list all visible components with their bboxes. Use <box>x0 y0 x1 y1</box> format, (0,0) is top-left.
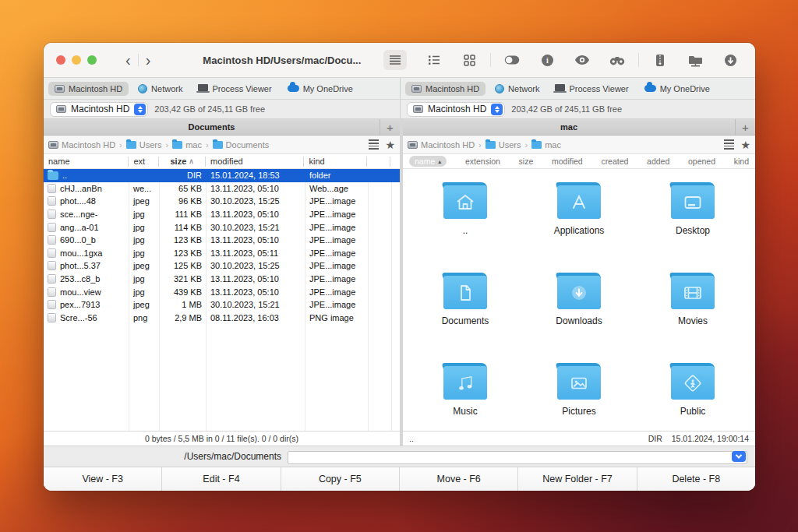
breadcrumb-item[interactable]: Documents <box>213 140 270 150</box>
drive-icon <box>413 105 423 113</box>
table-row[interactable]: ang...a-01 jpg 114 KB 30.10.2023, 15:21 … <box>44 220 400 234</box>
table-row[interactable]: .. DIR 15.01.2024, 18:53 folder <box>44 169 400 182</box>
column-header-created[interactable]: created <box>601 157 628 166</box>
tab-process-viewer[interactable]: Process Viewer <box>549 82 634 96</box>
download-icon[interactable] <box>722 52 738 68</box>
tab-process-viewer[interactable]: Process Viewer <box>192 82 277 96</box>
table-row[interactable]: cHJ...anBn we... 65 KB 13.11.2023, 05:10… <box>44 182 400 196</box>
forward-icon[interactable]: › <box>139 52 158 68</box>
menu-icon[interactable] <box>724 139 734 149</box>
grid-item-parent[interactable]: .. <box>408 180 522 270</box>
tab-macintosh-hd[interactable]: Macintosh HD <box>405 82 486 96</box>
column-header-kind[interactable]: kind <box>734 157 749 166</box>
command-input[interactable] <box>288 451 747 464</box>
column-header-size[interactable]: size <box>519 157 534 166</box>
free-space-label: 203,42 GB of 245,11 GB free <box>154 104 265 114</box>
breadcrumb-item[interactable]: Macintosh HD <box>408 140 475 150</box>
pane-tab-documents[interactable]: Documents <box>44 119 380 135</box>
breadcrumb-item[interactable]: mac <box>172 140 202 150</box>
close-window-button[interactable] <box>56 55 65 65</box>
minimize-window-button[interactable] <box>72 55 81 65</box>
drive-select-dropdown[interactable]: Macintosh HD <box>50 102 148 117</box>
tab-label: My OneDrive <box>660 84 710 93</box>
grid-item-documents[interactable]: Documents <box>408 270 522 361</box>
command-history-dropdown-icon[interactable] <box>732 451 746 462</box>
column-header-size[interactable]: size∧ <box>159 157 206 167</box>
column-header-modified[interactable]: modified <box>206 157 304 167</box>
back-icon[interactable]: ‹ <box>118 52 138 68</box>
grid-item-music[interactable]: Music <box>408 361 522 431</box>
tab-network[interactable]: Network <box>489 82 546 96</box>
tab-my-onedrive[interactable]: My OneDrive <box>281 82 359 96</box>
device-tab-row: Macintosh HD Network Process Viewer My O… <box>44 78 755 100</box>
toggle-switch-icon[interactable] <box>504 52 520 68</box>
table-row[interactable]: 690...0_b jpg 123 KB 13.11.2023, 05:10 J… <box>44 234 400 247</box>
grid-item-applications[interactable]: Applications <box>522 180 636 270</box>
network-folder-icon[interactable] <box>687 52 703 68</box>
pane-tab-mac[interactable]: mac <box>403 119 735 135</box>
grid-item-movies[interactable]: Movies <box>636 270 750 361</box>
folder-label: Pictures <box>562 406 595 417</box>
drive-select-dropdown[interactable]: Macintosh HD <box>407 102 505 117</box>
right-status-bar: .. DIR 15.01.2024, 19:00:14 <box>403 431 755 446</box>
add-tab-icon[interactable]: + <box>735 119 755 135</box>
grid-item-public[interactable]: Public <box>636 361 750 431</box>
favorites-star-icon[interactable]: ★ <box>385 139 395 150</box>
file-list: .. DIR 15.01.2024, 18:53 folder cHJ...an… <box>44 169 400 431</box>
drive-icon <box>56 105 66 113</box>
view-f3-button[interactable]: View - F3 <box>44 467 162 491</box>
delete-f8-button[interactable]: Delete - F8 <box>637 467 755 491</box>
grid-item-pictures[interactable]: Pictures <box>522 361 636 431</box>
svg-text:i: i <box>546 56 549 65</box>
detail-view-icon[interactable] <box>426 52 442 68</box>
archive-icon[interactable] <box>652 52 668 68</box>
info-icon[interactable]: i <box>539 52 555 68</box>
new-folder-f7-button[interactable]: New Folder - F7 <box>518 467 637 491</box>
edit-f4-button[interactable]: Edit - F4 <box>162 467 281 491</box>
folder-label: Applications <box>554 225 605 236</box>
breadcrumb-item[interactable]: Users <box>486 140 521 150</box>
tab-macintosh-hd[interactable]: Macintosh HD <box>48 82 129 96</box>
table-row[interactable]: mou...view jpg 439 KB 13.11.2023, 05:10 … <box>44 285 400 298</box>
title-bar: ‹ › Macintosh HD/Users/mac/Docu... <box>44 43 755 78</box>
breadcrumb-item[interactable]: mac <box>531 140 561 150</box>
table-row[interactable]: phot....48 jpeg 96 KB 30.10.2023, 15:25 … <box>44 195 400 208</box>
image-file-icon <box>48 210 56 219</box>
column-header-opened[interactable]: opened <box>688 157 715 166</box>
breadcrumb-item[interactable]: Macintosh HD <box>48 140 115 150</box>
zoom-window-button[interactable] <box>87 55 97 65</box>
eye-icon[interactable] <box>574 52 590 68</box>
column-header-name[interactable]: name▴ <box>409 156 447 167</box>
add-tab-icon[interactable]: + <box>380 119 400 135</box>
table-row[interactable]: sce...nge- jpg 111 KB 13.11.2023, 05:10 … <box>44 208 400 221</box>
grid-item-downloads[interactable]: Downloads <box>522 270 636 361</box>
window-controls <box>56 55 97 65</box>
grid-item-desktop[interactable]: Desktop <box>636 180 750 270</box>
image-file-icon <box>48 196 56 206</box>
column-header-ext[interactable]: ext <box>129 157 159 167</box>
column-header-modified[interactable]: modified <box>552 157 583 166</box>
globe-icon <box>495 84 504 93</box>
table-row[interactable]: 253...c8_b jpg 321 KB 13.11.2023, 05:10 … <box>44 273 400 286</box>
grid-view-icon[interactable] <box>461 52 477 68</box>
folder-icon <box>443 367 487 400</box>
favorites-star-icon[interactable]: ★ <box>740 139 750 150</box>
right-pane-tabbar: mac + <box>403 119 755 136</box>
table-row[interactable]: Scre...-56 png 2,9 MB 08.11.2023, 16:03 … <box>44 312 400 325</box>
move-f6-button[interactable]: Move - F6 <box>400 467 518 491</box>
search-binoculars-icon[interactable] <box>609 52 625 68</box>
tab-network[interactable]: Network <box>132 82 189 96</box>
menu-icon[interactable] <box>369 139 379 149</box>
table-row[interactable]: phot...5.37 jpeg 125 KB 30.10.2023, 15:2… <box>44 259 400 273</box>
column-header-kind[interactable]: kind <box>304 157 367 167</box>
table-row[interactable]: pex...7913 jpeg 1 MB 30.10.2023, 15:21 J… <box>44 298 400 312</box>
column-header-extension[interactable]: extension <box>465 157 500 166</box>
folder-label: Desktop <box>676 225 710 236</box>
list-view-icon[interactable] <box>383 50 407 70</box>
column-header-added[interactable]: added <box>647 157 669 166</box>
copy-f5-button[interactable]: Copy - F5 <box>281 467 400 491</box>
column-header-name[interactable]: name <box>44 157 129 167</box>
tab-my-onedrive[interactable]: My OneDrive <box>638 82 716 96</box>
breadcrumb-item[interactable]: Users <box>126 140 162 150</box>
table-row[interactable]: mou...1gxa jpg 123 KB 13.11.2023, 05:11 … <box>44 247 400 260</box>
